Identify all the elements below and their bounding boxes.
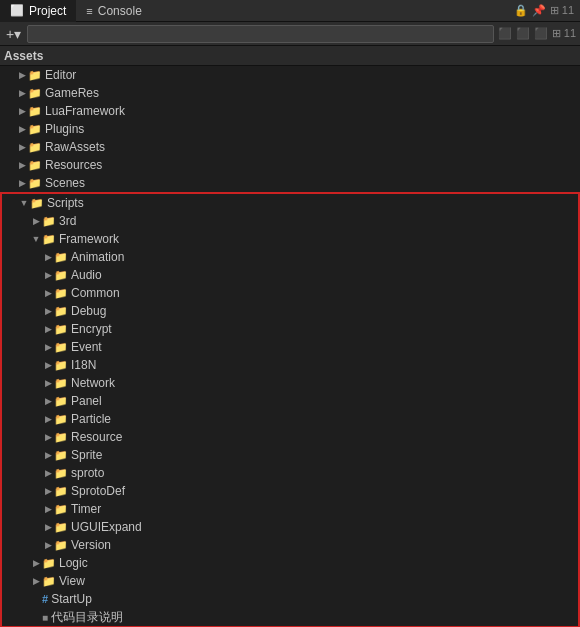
tab-project[interactable]: ⬜ Project xyxy=(0,0,76,22)
folder-sprotodef[interactable]: ▶ 📁 SprotoDef xyxy=(2,482,578,500)
arrow-icon: ▶ xyxy=(42,396,54,406)
item-label: Timer xyxy=(71,502,101,516)
file-tree[interactable]: ▶ 📁 Editor ▶ 📁 GameRes ▶ 📁 LuaFramework … xyxy=(0,66,580,627)
toolbar-icon-2[interactable]: ⬛ xyxy=(516,27,530,40)
folder-resource[interactable]: ▶ 📁 Resource xyxy=(2,428,578,446)
eye-icon: ⊞ 11 xyxy=(550,4,574,17)
arrow-icon: ▶ xyxy=(42,504,54,514)
add-label: + xyxy=(6,26,14,42)
folder-encrypt[interactable]: ▶ 📁 Encrypt xyxy=(2,320,578,338)
lock-icon: 🔒 xyxy=(514,4,528,17)
folder-view[interactable]: ▶ 📁 View xyxy=(2,572,578,590)
arrow-icon: ▶ xyxy=(16,106,28,116)
doc-file-icon: ■ xyxy=(42,612,48,623)
folder-version[interactable]: ▶ 📁 Version xyxy=(2,536,578,554)
item-label: UGUIExpand xyxy=(71,520,142,534)
item-label: Version xyxy=(71,538,111,552)
folder-scripts[interactable]: ▼ 📁 Scripts xyxy=(2,194,578,212)
toolbar-icon-1[interactable]: ⬛ xyxy=(498,27,512,40)
folder-icon: 📁 xyxy=(42,233,56,246)
folder-icon: 📁 xyxy=(42,557,56,570)
arrow-icon: ▶ xyxy=(16,88,28,98)
folder-network[interactable]: ▶ 📁 Network xyxy=(2,374,578,392)
folder-icon: 📁 xyxy=(54,251,68,264)
item-label: 代码目录说明 xyxy=(51,609,123,626)
folder-particle[interactable]: ▶ 📁 Particle xyxy=(2,410,578,428)
arrow-icon: ▶ xyxy=(42,486,54,496)
arrow-icon: ▶ xyxy=(42,450,54,460)
folder-icon: 📁 xyxy=(28,87,42,100)
folder-icon: 📁 xyxy=(54,467,68,480)
add-dropdown-icon: ▾ xyxy=(14,26,21,42)
toolbar-icon-3[interactable]: ⬛ xyxy=(534,27,548,40)
list-item[interactable]: ▶ 📁 RawAssets xyxy=(0,138,580,156)
folder-debug[interactable]: ▶ 📁 Debug xyxy=(2,302,578,320)
item-label: I18N xyxy=(71,358,96,372)
folder-event[interactable]: ▶ 📁 Event xyxy=(2,338,578,356)
folder-icon: 📁 xyxy=(42,575,56,588)
folder-animation[interactable]: ▶ 📁 Animation xyxy=(2,248,578,266)
arrow-icon: ▶ xyxy=(42,432,54,442)
arrow-icon: ▶ xyxy=(42,252,54,262)
add-button[interactable]: + ▾ xyxy=(4,26,23,42)
folder-icon: 📁 xyxy=(54,485,68,498)
list-item[interactable]: ▶ 📁 Resources xyxy=(0,156,580,174)
arrow-icon: ▶ xyxy=(42,378,54,388)
list-item[interactable]: ▶ 📁 Plugins xyxy=(0,120,580,138)
item-label: Scenes xyxy=(45,176,85,190)
folder-icon: 📁 xyxy=(54,503,68,516)
tab-console[interactable]: ≡ Console xyxy=(76,0,151,22)
folder-audio[interactable]: ▶ 📁 Audio xyxy=(2,266,578,284)
list-item[interactable]: ▶ 📁 GameRes xyxy=(0,84,580,102)
list-item[interactable]: ▶ 📁 LuaFramework xyxy=(0,102,580,120)
arrow-icon: ▶ xyxy=(42,468,54,478)
folder-icon: 📁 xyxy=(42,215,56,228)
file-startup[interactable]: # StartUp xyxy=(2,590,578,608)
arrow-icon: ▶ xyxy=(16,142,28,152)
folder-icon: 📁 xyxy=(54,449,68,462)
folder-3rd[interactable]: ▶ 📁 3rd xyxy=(2,212,578,230)
arrow-icon: ▼ xyxy=(18,198,30,208)
arrow-icon: ▶ xyxy=(42,288,54,298)
folder-icon: 📁 xyxy=(54,521,68,534)
folder-logic[interactable]: ▶ 📁 Logic xyxy=(2,554,578,572)
arrow-icon: ▶ xyxy=(42,360,54,370)
item-label: sproto xyxy=(71,466,104,480)
list-item[interactable]: ▶ 📁 Editor xyxy=(0,66,580,84)
item-label: Animation xyxy=(71,250,124,264)
folder-icon: 📁 xyxy=(54,539,68,552)
folder-icon: 📁 xyxy=(28,141,42,154)
item-label: StartUp xyxy=(51,592,92,606)
folder-icon: 📁 xyxy=(28,177,42,190)
arrow-icon: ▶ xyxy=(42,414,54,424)
arrow-icon: ▶ xyxy=(16,70,28,80)
folder-sprite[interactable]: ▶ 📁 Sprite xyxy=(2,446,578,464)
folder-sproto[interactable]: ▶ 📁 sproto xyxy=(2,464,578,482)
arrow-icon: ▶ xyxy=(30,576,42,586)
folder-i18n[interactable]: ▶ 📁 I18N xyxy=(2,356,578,374)
item-label: Scripts xyxy=(47,196,84,210)
panel-header: Assets xyxy=(0,46,580,66)
folder-icon: 📁 xyxy=(54,287,68,300)
folder-panel[interactable]: ▶ 📁 Panel xyxy=(2,392,578,410)
panel-title: Assets xyxy=(4,49,43,63)
folder-icon: 📁 xyxy=(54,305,68,318)
item-label: Debug xyxy=(71,304,106,318)
cs-file-icon: # xyxy=(42,593,48,605)
folder-uguiexpand[interactable]: ▶ 📁 UGUIExpand xyxy=(2,518,578,536)
search-input[interactable] xyxy=(27,25,494,43)
item-label: Logic xyxy=(59,556,88,570)
file-readme[interactable]: ■ 代码目录说明 xyxy=(2,608,578,626)
folder-common[interactable]: ▶ 📁 Common xyxy=(2,284,578,302)
folder-framework[interactable]: ▼ 📁 Framework xyxy=(2,230,578,248)
folder-icon: 📁 xyxy=(28,123,42,136)
arrow-icon: ▶ xyxy=(42,306,54,316)
arrow-icon: ▶ xyxy=(42,270,54,280)
item-label: Audio xyxy=(71,268,102,282)
list-item[interactable]: ▶ 📁 Scenes xyxy=(0,174,580,192)
folder-timer[interactable]: ▶ 📁 Timer xyxy=(2,500,578,518)
item-label: RawAssets xyxy=(45,140,105,154)
folder-icon: 📁 xyxy=(54,413,68,426)
tab-console-label: Console xyxy=(98,4,142,18)
item-label: Resource xyxy=(71,430,122,444)
